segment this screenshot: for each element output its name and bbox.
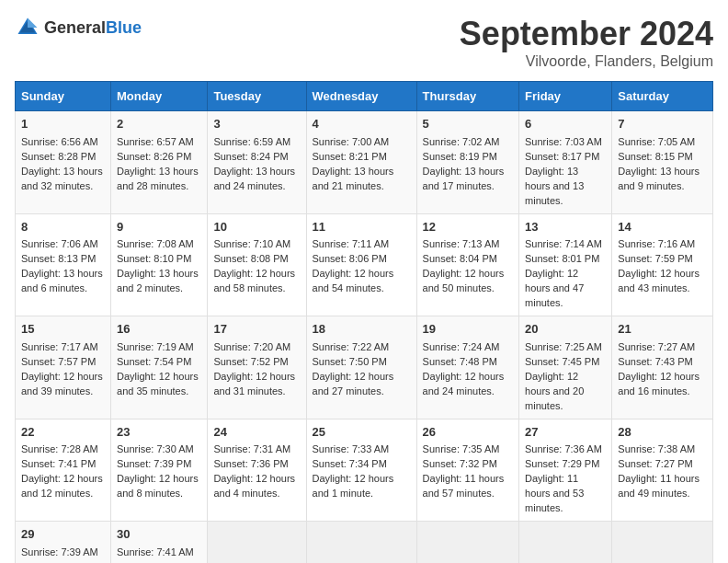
- sunset-text: Sunset: 8:08 PM: [213, 253, 288, 264]
- calendar-cell: 8Sunrise: 7:06 AMSunset: 8:13 PMDaylight…: [16, 213, 111, 316]
- sunrise-text: Sunrise: 7:00 AM: [313, 136, 390, 147]
- calendar-cell: 9Sunrise: 7:08 AMSunset: 8:10 PMDaylight…: [111, 213, 208, 316]
- calendar-cell: 15Sunrise: 7:17 AMSunset: 7:57 PMDayligh…: [16, 316, 111, 419]
- sunset-text: Sunset: 8:06 PM: [313, 253, 387, 264]
- week-row-2: 8Sunrise: 7:06 AMSunset: 8:13 PMDaylight…: [16, 213, 713, 316]
- calendar-cell: [519, 522, 612, 563]
- sunrise-text: Sunrise: 7:08 AM: [117, 238, 194, 249]
- sunrise-text: Sunrise: 7:25 AM: [525, 341, 602, 352]
- sunset-text: Sunset: 7:45 PM: [525, 356, 599, 367]
- sunrise-text: Sunrise: 7:20 AM: [213, 341, 290, 352]
- daylight-text: Daylight: 13 hours and 21 minutes.: [313, 166, 394, 191]
- day-number: 15: [21, 321, 105, 339]
- day-number: 21: [618, 321, 707, 339]
- sunrise-text: Sunrise: 7:28 AM: [21, 443, 98, 454]
- col-friday: Friday: [519, 82, 612, 111]
- sunrise-text: Sunrise: 7:03 AM: [525, 136, 602, 147]
- calendar-table: Sunday Monday Tuesday Wednesday Thursday…: [15, 81, 713, 563]
- daylight-text: Daylight: 12 hours and 58 minutes.: [213, 268, 295, 293]
- sunrise-text: Sunrise: 7:24 AM: [423, 341, 500, 352]
- sunrise-text: Sunrise: 7:11 AM: [313, 238, 390, 249]
- day-number: 18: [313, 321, 411, 339]
- day-number: 26: [423, 424, 513, 442]
- day-number: 17: [213, 321, 300, 339]
- calendar-cell: [416, 522, 518, 563]
- daylight-text: Daylight: 13 hours and 2 minutes.: [117, 268, 199, 293]
- calendar-cell: 28Sunrise: 7:38 AMSunset: 7:27 PMDayligh…: [612, 419, 713, 522]
- sunset-text: Sunset: 7:34 PM: [313, 458, 387, 469]
- sunset-text: Sunset: 7:27 PM: [618, 458, 692, 469]
- calendar-cell: 17Sunrise: 7:20 AMSunset: 7:52 PMDayligh…: [208, 316, 306, 419]
- daylight-text: Daylight: 13 hours and 6 minutes.: [21, 268, 103, 293]
- calendar-cell: [306, 522, 416, 563]
- day-number: 20: [525, 321, 606, 339]
- day-number: 23: [117, 424, 201, 442]
- sunrise-text: Sunrise: 6:57 AM: [117, 136, 194, 147]
- page-title: September 2024: [460, 15, 713, 53]
- sunrise-text: Sunrise: 7:36 AM: [525, 443, 602, 454]
- day-number: 8: [21, 219, 105, 236]
- svg-marker-2: [28, 18, 38, 29]
- day-number: 16: [117, 321, 201, 339]
- title-area: September 2024 Vilvoorde, Flanders, Belg…: [460, 15, 713, 70]
- daylight-text: Daylight: 11 hours and 49 minutes.: [618, 473, 700, 499]
- sunrise-text: Sunrise: 6:59 AM: [213, 136, 290, 147]
- calendar-cell: 12Sunrise: 7:13 AMSunset: 8:04 PMDayligh…: [416, 213, 518, 316]
- daylight-text: Daylight: 12 hours and 35 minutes.: [117, 371, 199, 396]
- daylight-text: Daylight: 12 hours and 43 minutes.: [618, 268, 700, 293]
- week-row-4: 22Sunrise: 7:28 AMSunset: 7:41 PMDayligh…: [16, 419, 713, 522]
- sunset-text: Sunset: 7:41 PM: [21, 458, 96, 469]
- calendar-cell: 24Sunrise: 7:31 AMSunset: 7:36 PMDayligh…: [208, 419, 306, 522]
- day-number: 13: [525, 219, 606, 236]
- sunrise-text: Sunrise: 7:31 AM: [213, 443, 290, 454]
- sunrise-text: Sunrise: 7:05 AM: [618, 136, 695, 147]
- sunset-text: Sunset: 8:15 PM: [618, 151, 692, 162]
- sunrise-text: Sunrise: 7:14 AM: [525, 238, 602, 249]
- day-number: 28: [618, 424, 707, 442]
- day-number: 30: [117, 526, 201, 544]
- daylight-text: Daylight: 12 hours and 31 minutes.: [213, 371, 295, 396]
- week-row-3: 15Sunrise: 7:17 AMSunset: 7:57 PMDayligh…: [16, 316, 713, 419]
- sunset-text: Sunset: 8:17 PM: [525, 151, 599, 162]
- day-number: 7: [618, 116, 707, 133]
- daylight-text: Daylight: 13 hours and 32 minutes.: [21, 166, 103, 191]
- day-number: 9: [117, 219, 201, 236]
- calendar-cell: 21Sunrise: 7:27 AMSunset: 7:43 PMDayligh…: [612, 316, 713, 419]
- day-number: 24: [213, 424, 300, 442]
- daylight-text: Daylight: 12 hours and 27 minutes.: [313, 371, 394, 396]
- page-header: GeneralBlue September 2024 Vilvoorde, Fl…: [15, 15, 713, 70]
- sunset-text: Sunset: 8:28 PM: [21, 151, 96, 162]
- calendar-body: 1Sunrise: 6:56 AMSunset: 8:28 PMDaylight…: [16, 111, 713, 564]
- calendar-cell: 4Sunrise: 7:00 AMSunset: 8:21 PMDaylight…: [306, 111, 416, 214]
- sunrise-text: Sunrise: 7:30 AM: [117, 443, 194, 454]
- sunset-text: Sunset: 8:19 PM: [423, 151, 497, 162]
- week-row-1: 1Sunrise: 6:56 AMSunset: 8:28 PMDaylight…: [16, 111, 713, 214]
- sunset-text: Sunset: 8:01 PM: [525, 253, 599, 264]
- day-number: 4: [313, 116, 411, 133]
- daylight-text: Daylight: 12 hours and 24 minutes.: [423, 371, 505, 396]
- calendar-cell: 18Sunrise: 7:22 AMSunset: 7:50 PMDayligh…: [306, 316, 416, 419]
- col-sunday: Sunday: [16, 82, 111, 111]
- calendar-cell: 26Sunrise: 7:35 AMSunset: 7:32 PMDayligh…: [416, 419, 518, 522]
- sunset-text: Sunset: 7:48 PM: [423, 356, 497, 367]
- col-wednesday: Wednesday: [306, 82, 416, 111]
- daylight-text: Daylight: 11 hours and 53 minutes.: [525, 473, 584, 513]
- calendar-cell: [612, 522, 713, 563]
- day-number: 1: [21, 116, 105, 133]
- calendar-cell: 22Sunrise: 7:28 AMSunset: 7:41 PMDayligh…: [16, 419, 111, 522]
- week-row-5: 29Sunrise: 7:39 AMSunset: 7:25 PMDayligh…: [16, 522, 713, 563]
- sunrise-text: Sunrise: 7:17 AM: [21, 341, 98, 352]
- day-number: 6: [525, 116, 606, 133]
- logo-icon: [15, 15, 40, 40]
- daylight-text: Daylight: 12 hours and 54 minutes.: [313, 268, 394, 293]
- col-saturday: Saturday: [612, 82, 713, 111]
- day-number: 22: [21, 424, 105, 442]
- page-subtitle: Vilvoorde, Flanders, Belgium: [460, 53, 713, 70]
- calendar-cell: 16Sunrise: 7:19 AMSunset: 7:54 PMDayligh…: [111, 316, 208, 419]
- sunset-text: Sunset: 8:24 PM: [213, 151, 288, 162]
- daylight-text: Daylight: 12 hours and 12 minutes.: [21, 473, 103, 499]
- sunrise-text: Sunrise: 7:06 AM: [21, 238, 98, 249]
- sunset-text: Sunset: 8:10 PM: [117, 253, 191, 264]
- daylight-text: Daylight: 12 hours and 20 minutes.: [525, 371, 584, 411]
- sunset-text: Sunset: 7:59 PM: [618, 253, 692, 264]
